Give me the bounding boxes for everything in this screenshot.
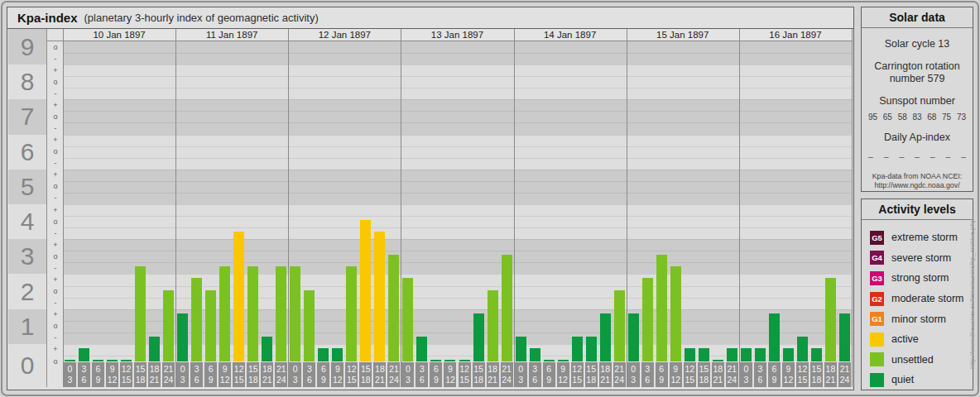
kp-bar: [276, 266, 286, 361]
kp-bar: [247, 266, 258, 361]
legend-label-active: active: [891, 333, 919, 345]
activity-levels-panel: Activity levels G5extreme stormG4severe …: [861, 198, 973, 390]
time-slot-label: 912: [782, 362, 795, 387]
kp-bar: [502, 255, 512, 361]
day-separator: [627, 29, 627, 387]
time-from: 6: [317, 364, 329, 375]
time-slot-label: 69: [543, 362, 555, 387]
time-to: 18: [810, 375, 823, 385]
legend-label-g4: severe storm: [891, 252, 951, 264]
kp-bar: [783, 348, 794, 361]
kp-band-4: [63, 204, 853, 239]
time-to: 3: [176, 375, 189, 385]
ap-index-values: –––––––: [862, 151, 973, 161]
kp-band-5: [63, 170, 853, 204]
time-to: 3: [401, 375, 414, 385]
kp-bar: [374, 232, 385, 361]
gridline: [63, 158, 853, 159]
time-slot-label: 03: [289, 362, 301, 387]
axis-number-3: 3: [8, 239, 46, 274]
axis-sub-label-3o: o: [47, 252, 64, 261]
gridline: [63, 216, 853, 217]
time-to: 15: [233, 375, 245, 385]
time-to: 9: [543, 375, 555, 385]
time-from: 3: [754, 364, 766, 375]
time-to: 6: [78, 375, 90, 385]
time-slot-label: 1821: [261, 362, 273, 387]
gridline: [63, 251, 853, 251]
time-to: 24: [613, 375, 626, 385]
time-to: 3: [740, 375, 752, 385]
kp-bar: [388, 255, 399, 361]
time-to: 6: [754, 375, 766, 385]
day-separator: [63, 29, 64, 387]
kp-bar: [191, 278, 202, 361]
kp-bar: [614, 290, 625, 361]
legend-item-g1: G1minor storm: [862, 309, 973, 329]
kp-bar: [727, 348, 737, 361]
gridline: [63, 135, 853, 136]
ap-index-value: –: [884, 151, 889, 161]
kp-bar: [530, 348, 540, 361]
time-slot-label: 03: [401, 362, 414, 387]
time-slot-label: 1821: [712, 362, 724, 387]
axis-sub-label-9-: -: [47, 55, 64, 64]
time-to: 12: [219, 375, 231, 385]
time-slot-label: 1215: [459, 362, 471, 387]
sunspot-number: 95: [868, 112, 877, 122]
kp-band-7: [63, 99, 853, 134]
time-from: 0: [289, 364, 301, 375]
kp-bar: [713, 360, 723, 361]
kp-bar: [205, 290, 216, 361]
time-from: 9: [782, 364, 795, 375]
time-slot-label: 1821: [148, 362, 161, 387]
ap-index-value: –: [915, 151, 920, 161]
chart-subtitle: (planetary 3-hourly index of geomagnetic…: [84, 12, 319, 24]
kp-bar: [699, 348, 709, 361]
time-to: 18: [247, 375, 259, 385]
time-to: 21: [712, 375, 724, 385]
day-header-4: 13 Jan 1897: [401, 29, 513, 41]
time-from: 0: [64, 364, 76, 375]
time-slot-label: 69: [768, 362, 781, 387]
legend-label-g2: moderate storm: [891, 293, 964, 304]
gridline: [63, 53, 853, 54]
time-from: 3: [641, 364, 654, 375]
time-to: 24: [387, 375, 400, 385]
kp-bar: [741, 348, 752, 361]
time-slot-label: 69: [204, 362, 217, 387]
source-url-watermark: http://www.theusner.eu/terra/aurora/kp_a…: [965, 197, 978, 390]
gridline: [63, 227, 853, 228]
axis-sub-label-6o: o: [47, 147, 64, 156]
axis-number-2: 2: [8, 274, 46, 309]
time-slot-label: 03: [515, 362, 527, 387]
time-slot-label: 2124: [162, 362, 175, 387]
axis-sub-label-6+: +: [47, 136, 64, 145]
gridline: [63, 309, 853, 310]
kp-bar: [628, 313, 639, 361]
time-slot-label: 912: [219, 362, 231, 387]
time-from: 12: [796, 364, 809, 375]
time-to: 15: [571, 375, 584, 385]
time-from: 15: [810, 364, 823, 375]
sunspot-label: Sunspot number: [862, 95, 973, 108]
time-from: 6: [430, 364, 442, 375]
axis-sub-label-8+: +: [47, 66, 64, 75]
time-from: 6: [768, 364, 781, 375]
time-from: 21: [613, 364, 626, 375]
g5-color-swatch: G5: [870, 231, 884, 245]
axis-sub-label-8o: o: [47, 78, 64, 87]
time-to: 6: [416, 375, 428, 385]
axis-sub-label-2+: +: [47, 275, 64, 285]
time-from: 18: [261, 364, 273, 375]
time-from: 9: [557, 364, 569, 375]
time-slot-label: 36: [416, 362, 428, 387]
axis-sub-label-2o: o: [47, 287, 64, 296]
time-from: 18: [712, 364, 724, 375]
time-slot-label: 1215: [571, 362, 584, 387]
time-slot-label: 36: [303, 362, 315, 387]
kp-bar: [177, 313, 188, 361]
time-to: 9: [656, 375, 668, 385]
time-to: 9: [430, 375, 442, 385]
axis-sub-label-0o: o: [47, 357, 64, 366]
